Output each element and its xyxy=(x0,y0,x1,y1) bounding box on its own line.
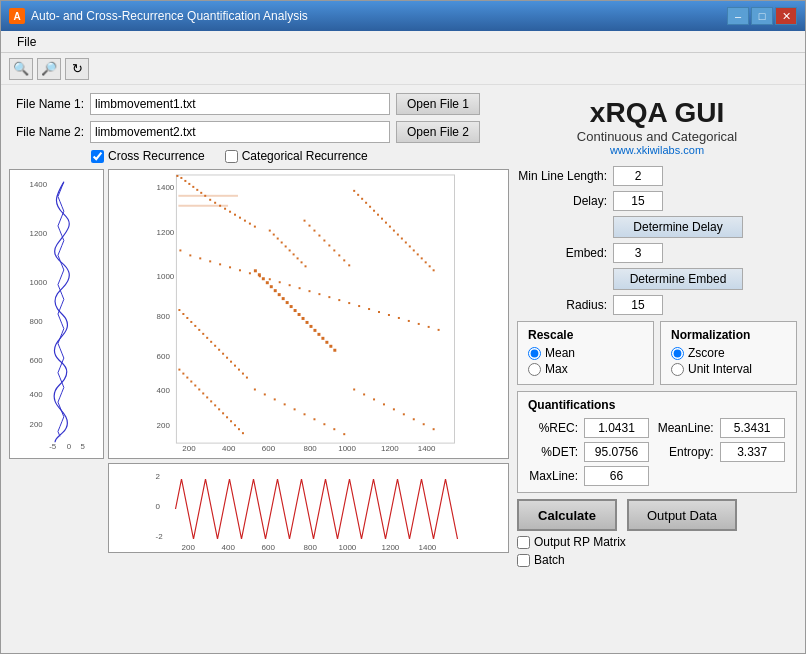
rec-label: %REC: xyxy=(528,421,578,435)
svg-text:1400: 1400 xyxy=(418,444,436,453)
svg-rect-135 xyxy=(328,244,330,246)
svg-text:400: 400 xyxy=(157,386,171,395)
min-line-input[interactable] xyxy=(613,166,663,186)
svg-rect-58 xyxy=(328,296,330,298)
batch-checkbox-label[interactable]: Batch xyxy=(517,553,797,567)
cross-recurrence-checkbox[interactable] xyxy=(91,150,104,163)
svg-rect-92 xyxy=(182,313,184,315)
delay-input[interactable] xyxy=(613,191,663,211)
svg-rect-166 xyxy=(323,423,325,425)
svg-text:200: 200 xyxy=(182,444,196,453)
svg-text:1200: 1200 xyxy=(381,444,399,453)
svg-rect-115 xyxy=(377,214,379,216)
svg-rect-71 xyxy=(258,273,261,276)
zoom-in-button[interactable]: 🔍 xyxy=(9,58,33,80)
categorical-recurrence-checkbox-label[interactable]: Categorical Recurrence xyxy=(225,149,368,163)
svg-rect-93 xyxy=(186,317,188,319)
svg-text:0: 0 xyxy=(67,442,72,451)
svg-rect-101 xyxy=(218,349,220,351)
calculate-button[interactable]: Calculate xyxy=(517,499,617,531)
norm-zscore-label[interactable]: Zscore xyxy=(671,346,786,360)
norm-unit-label[interactable]: Unit Interval xyxy=(671,362,786,376)
output-rp-checkbox[interactable] xyxy=(517,536,530,549)
close-button[interactable]: ✕ xyxy=(775,7,797,25)
svg-rect-98 xyxy=(206,337,208,339)
svg-rect-68 xyxy=(428,326,430,328)
params-section: Min Line Length: Delay: Determine Delay … xyxy=(517,166,797,315)
brand-section: xRQA GUI Continuous and Categorical www.… xyxy=(517,93,797,160)
meanline-label: MeanLine: xyxy=(656,421,713,435)
embed-input[interactable] xyxy=(613,243,663,263)
rescale-max-radio[interactable] xyxy=(528,363,541,376)
svg-rect-125 xyxy=(417,253,419,255)
det-input[interactable] xyxy=(584,442,649,462)
svg-text:400: 400 xyxy=(222,444,236,453)
plots-top: 1400 1200 1000 800 600 400 200 -5 0 5 xyxy=(9,169,509,459)
norm-title: Normalization xyxy=(671,328,786,342)
svg-rect-69 xyxy=(438,329,440,331)
rescale-max-label[interactable]: Max xyxy=(528,362,643,376)
open-file-2-button[interactable]: Open File 2 xyxy=(396,121,480,143)
file-input-2[interactable] xyxy=(90,121,390,143)
svg-text:1000: 1000 xyxy=(30,278,48,287)
main-window: A Auto- and Cross-Recurrence Quantificat… xyxy=(0,0,806,654)
batch-checkbox[interactable] xyxy=(517,554,530,567)
svg-rect-161 xyxy=(274,398,276,400)
radius-row: Radius: xyxy=(517,295,797,315)
zoom-out-button[interactable]: 🔎 xyxy=(37,58,61,80)
svg-rect-79 xyxy=(290,305,293,308)
file-input-1[interactable] xyxy=(90,93,390,115)
svg-rect-120 xyxy=(397,234,399,236)
norm-unit-radio[interactable] xyxy=(671,363,684,376)
svg-text:2: 2 xyxy=(156,472,161,481)
radius-input[interactable] xyxy=(613,295,663,315)
svg-rect-97 xyxy=(202,333,204,335)
output-rp-checkbox-label[interactable]: Output RP Matrix xyxy=(517,535,797,549)
open-file-1-button[interactable]: Open File 1 xyxy=(396,93,480,115)
menu-file[interactable]: File xyxy=(9,33,44,51)
norm-zscore-radio[interactable] xyxy=(671,347,684,360)
entropy-input[interactable] xyxy=(720,442,785,462)
output-data-button[interactable]: Output Data xyxy=(627,499,737,531)
svg-rect-74 xyxy=(270,285,273,288)
min-line-row: Min Line Length: xyxy=(517,166,797,186)
svg-rect-118 xyxy=(389,226,391,228)
svg-rect-60 xyxy=(348,302,350,304)
svg-rect-75 xyxy=(274,289,277,292)
cross-recurrence-checkbox-label[interactable]: Cross Recurrence xyxy=(91,149,205,163)
norm-unit-text: Unit Interval xyxy=(688,362,752,376)
minimize-button[interactable]: – xyxy=(727,7,749,25)
maxline-input[interactable] xyxy=(584,466,649,486)
svg-rect-73 xyxy=(266,281,269,284)
svg-text:1200: 1200 xyxy=(382,543,400,552)
svg-text:-5: -5 xyxy=(49,442,57,451)
svg-rect-110 xyxy=(357,194,359,196)
rescale-mean-label[interactable]: Mean xyxy=(528,346,643,360)
determine-delay-button[interactable]: Determine Delay xyxy=(613,216,743,238)
rec-input[interactable] xyxy=(584,418,649,438)
svg-rect-106 xyxy=(238,369,240,371)
svg-rect-33 xyxy=(209,199,211,201)
meanline-input[interactable] xyxy=(720,418,785,438)
categorical-recurrence-checkbox[interactable] xyxy=(225,150,238,163)
rescale-mean-radio[interactable] xyxy=(528,347,541,360)
svg-rect-26 xyxy=(180,177,182,179)
svg-text:400: 400 xyxy=(30,390,44,399)
svg-rect-65 xyxy=(398,317,400,319)
svg-rect-102 xyxy=(222,353,224,355)
det-label: %DET: xyxy=(528,445,578,459)
signal-plot-left: 1400 1200 1000 800 600 400 200 -5 0 5 xyxy=(9,169,104,459)
svg-rect-153 xyxy=(230,420,232,422)
determine-embed-button[interactable]: Determine Embed xyxy=(613,268,743,290)
svg-rect-172 xyxy=(383,403,385,405)
refresh-button[interactable]: ↻ xyxy=(65,58,89,80)
svg-rect-129 xyxy=(433,269,435,271)
quant-title: Quantifications xyxy=(528,398,786,412)
svg-rect-187 xyxy=(305,265,307,267)
rescale-section: Rescale Mean Max xyxy=(517,321,654,385)
embed-btn-row: Determine Embed xyxy=(517,268,797,290)
svg-rect-183 xyxy=(289,249,291,251)
maxline-label: MaxLine: xyxy=(528,469,578,483)
svg-text:-2: -2 xyxy=(156,532,164,541)
maximize-button[interactable]: □ xyxy=(751,7,773,25)
